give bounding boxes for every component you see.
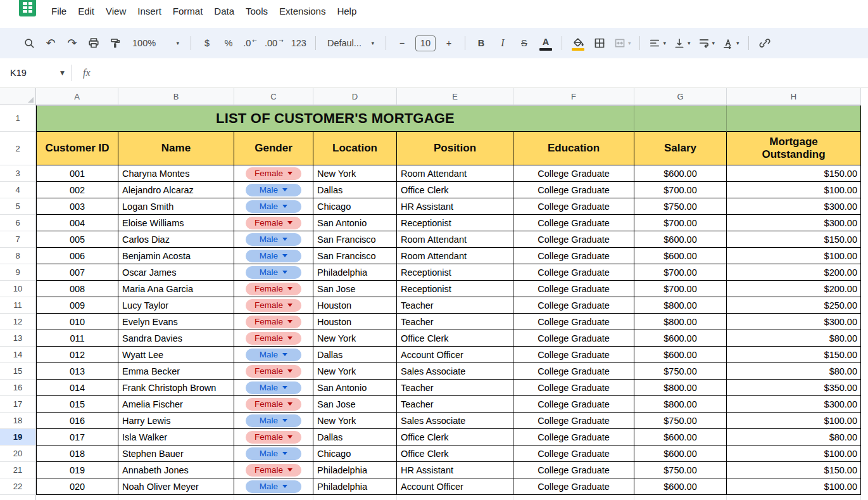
cell-salary[interactable]: $750.00: [634, 198, 727, 215]
stub-cell[interactable]: [397, 495, 513, 500]
cell-name[interactable]: Stephen Bauer: [118, 446, 234, 462]
cell-salary[interactable]: $700.00: [634, 264, 727, 281]
cell-customer-id[interactable]: 013: [36, 363, 118, 380]
text-rotation-button[interactable]: ▾: [719, 34, 743, 53]
fx-icon[interactable]: fx: [83, 67, 91, 79]
cell-salary[interactable]: $800.00: [634, 314, 727, 330]
cell-name[interactable]: Carlos Diaz: [118, 231, 234, 248]
cell-salary[interactable]: $600.00: [634, 446, 727, 462]
cell-mortgage[interactable]: $150.00: [727, 462, 861, 478]
cell-position[interactable]: Office Clerk: [397, 182, 513, 198]
cell-education[interactable]: College Graduate: [513, 413, 634, 429]
cell-customer-id[interactable]: 002: [36, 182, 118, 198]
cell-customer-id[interactable]: 019: [36, 462, 118, 478]
gender-dropdown-chip[interactable]: Male: [246, 349, 301, 361]
cell-education[interactable]: College Graduate: [513, 478, 634, 495]
stub-cell[interactable]: [118, 495, 234, 500]
borders-button[interactable]: [589, 34, 610, 53]
cell-position[interactable]: Teacher: [397, 314, 513, 330]
cell-gender[interactable]: Female: [234, 314, 313, 330]
cell-salary[interactable]: $800.00: [634, 297, 727, 314]
cell-location[interactable]: Philadelphia: [313, 462, 397, 478]
cell-name[interactable]: Sandra Davies: [118, 330, 234, 347]
cell-location[interactable]: Philadelphia: [313, 264, 397, 281]
cell-position[interactable]: HR Assistant: [397, 198, 513, 215]
cell-salary[interactable]: $600.00: [634, 165, 727, 182]
row-header-11[interactable]: 11: [0, 297, 36, 314]
cell-education[interactable]: College Graduate: [513, 314, 634, 330]
cell-location[interactable]: New York: [313, 330, 397, 347]
cell-education[interactable]: College Graduate: [513, 330, 634, 347]
text-wrapping-button[interactable]: ▾: [695, 34, 719, 53]
row-header-stub[interactable]: [0, 495, 36, 500]
cell-education[interactable]: College Graduate: [513, 281, 634, 297]
cell-education[interactable]: College Graduate: [513, 231, 634, 248]
search-button[interactable]: [19, 34, 39, 53]
stub-cell[interactable]: [313, 495, 397, 500]
cell-name[interactable]: Evelyn Evans: [118, 314, 234, 330]
cell-mortgage[interactable]: $150.00: [727, 231, 861, 248]
zoom-select-button[interactable]: 100%▾: [127, 34, 185, 53]
fill-color-button[interactable]: [568, 34, 588, 53]
cell-gender[interactable]: Male: [234, 248, 313, 264]
table-header-mortgage-outstanding[interactable]: Mortgage Outstanding: [727, 132, 861, 165]
cell-position[interactable]: Teacher: [397, 396, 513, 413]
bold-button[interactable]: B: [471, 34, 491, 53]
gender-dropdown-chip[interactable]: Male: [246, 250, 301, 262]
title-row-cell-g[interactable]: [634, 105, 727, 132]
cell-customer-id[interactable]: 020: [36, 478, 118, 495]
row-header-3[interactable]: 3: [0, 165, 36, 182]
cell-mortgage[interactable]: $80.00: [727, 429, 861, 446]
cell-name[interactable]: Amelia Fischer: [118, 396, 234, 413]
increase-decimal-button[interactable]: .00→: [261, 34, 287, 53]
italic-button[interactable]: I: [493, 34, 513, 53]
cell-position[interactable]: Office Clerk: [397, 429, 513, 446]
cell-education[interactable]: College Graduate: [513, 264, 634, 281]
cell-location[interactable]: San Antonio: [313, 380, 397, 396]
print-button[interactable]: [84, 34, 104, 53]
cell-name[interactable]: Annabeth Jones: [118, 462, 234, 478]
text-color-button[interactable]: A: [536, 34, 556, 53]
cell-location[interactable]: Dallas: [313, 182, 397, 198]
cell-gender[interactable]: Male: [234, 347, 313, 363]
cell-mortgage[interactable]: $300.00: [727, 314, 861, 330]
gender-dropdown-chip[interactable]: Male: [246, 414, 301, 427]
cell-location[interactable]: Chicago: [313, 446, 397, 462]
cell-name[interactable]: Noah Oliver Meyer: [118, 478, 234, 495]
cell-mortgage[interactable]: $100.00: [727, 413, 861, 429]
cell-gender[interactable]: Female: [234, 297, 313, 314]
cell-mortgage[interactable]: $100.00: [727, 248, 861, 264]
table-header-customer-id[interactable]: Customer ID: [36, 132, 118, 165]
cell-mortgage[interactable]: $200.00: [727, 281, 861, 297]
row-header-21[interactable]: 21: [0, 462, 36, 478]
cell-salary[interactable]: $600.00: [634, 478, 727, 495]
row-header-20[interactable]: 20: [0, 446, 36, 462]
cell-education[interactable]: College Graduate: [513, 165, 634, 182]
cell-salary[interactable]: $750.00: [634, 363, 727, 380]
menu-tools[interactable]: Tools: [240, 2, 274, 20]
cell-mortgage[interactable]: $350.00: [727, 380, 861, 396]
column-header-F[interactable]: F: [513, 88, 634, 105]
cell-customer-id[interactable]: 001: [36, 165, 118, 182]
cell-customer-id[interactable]: 008: [36, 281, 118, 297]
cell-position[interactable]: Receptionist: [397, 264, 513, 281]
cell-customer-id[interactable]: 006: [36, 248, 118, 264]
cell-mortgage[interactable]: $150.00: [727, 165, 861, 182]
name-box[interactable]: K19 ▼: [0, 68, 71, 78]
cell-position[interactable]: Office Clerk: [397, 446, 513, 462]
font-family-button[interactable]: Defaul...▾: [322, 34, 380, 53]
cell-education[interactable]: College Graduate: [513, 297, 634, 314]
cell-mortgage[interactable]: $200.00: [727, 264, 861, 281]
cell-salary[interactable]: $800.00: [634, 396, 727, 413]
cell-location[interactable]: New York: [313, 165, 397, 182]
cell-position[interactable]: Room Attendant: [397, 248, 513, 264]
cell-position[interactable]: Room Attendant: [397, 165, 513, 182]
gender-dropdown-chip[interactable]: Female: [246, 365, 301, 378]
stub-cell[interactable]: [727, 495, 861, 500]
cell-education[interactable]: College Graduate: [513, 198, 634, 215]
redo-button[interactable]: ↷: [62, 34, 82, 53]
cell-location[interactable]: New York: [313, 413, 397, 429]
cell-customer-id[interactable]: 005: [36, 231, 118, 248]
cell-position[interactable]: Sales Associate: [397, 413, 513, 429]
cell-salary[interactable]: $600.00: [634, 330, 727, 347]
